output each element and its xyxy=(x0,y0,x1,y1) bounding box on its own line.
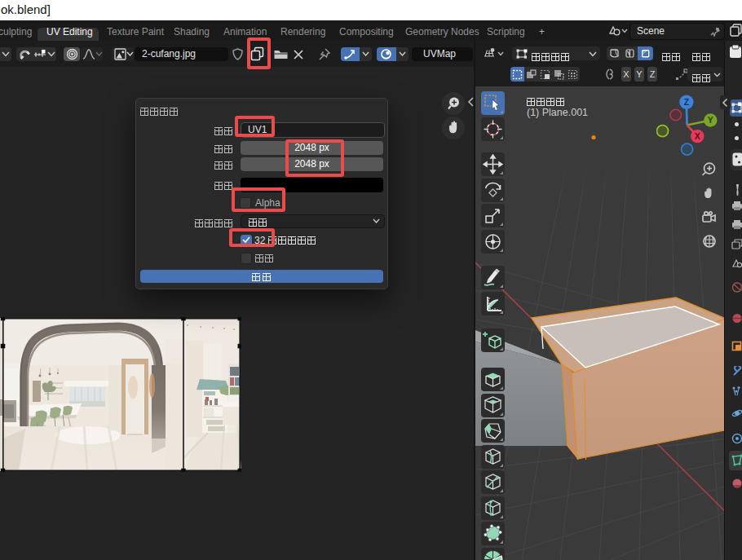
svg-text:Y: Y xyxy=(708,115,713,125)
svg-text:Z: Z xyxy=(684,97,690,107)
svg-text:X: X xyxy=(695,131,700,141)
